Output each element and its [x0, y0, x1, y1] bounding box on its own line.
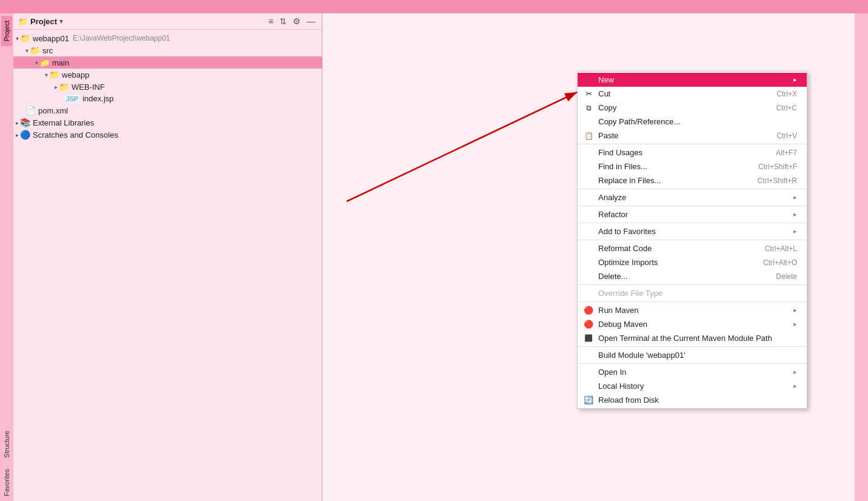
tree-item-indexjsp[interactable]: JSP index.jsp [13, 93, 322, 104]
menu-label-debug-maven: Debug Maven [598, 320, 789, 329]
tree-label-extlib: External Libraries [33, 118, 94, 127]
paste-icon: 📋 [583, 132, 595, 140]
sep2 [578, 189, 807, 189]
menu-label-build-module: Build Module 'webapp01' [598, 351, 797, 360]
menu-label-find-usages: Find Usages [598, 148, 761, 157]
menu-item-local-history[interactable]: Local History ▸ [578, 379, 807, 393]
menu-item-debug-maven[interactable]: 🔴 Debug Maven ▸ [578, 317, 807, 331]
tree-item-webapp01[interactable]: ▾ 📁 webapp01 E:\JavaWebProject\webapp01 [13, 32, 322, 44]
menu-label-analyze: Analyze [598, 193, 789, 202]
project-panel: 📁 Project ▾ ≡ ⇅ ⚙ — ▾ 📁 webapp01 E:\Ja [13, 13, 322, 501]
menu-label-open-in: Open In [598, 368, 789, 377]
panel-actions: ≡ ⇅ ⚙ — [267, 16, 317, 27]
menu-label-find-files: Find in Files... [598, 162, 744, 171]
chevron-webapp: ▾ [45, 72, 48, 78]
sidebar-tab-favorites[interactable]: Favorites [1, 464, 12, 501]
tree-item-webapp[interactable]: ▾ 📁 webapp [13, 69, 322, 81]
tree-item-webinf[interactable]: ▸ 📁 WEB-INF [13, 81, 322, 93]
chevron-webapp01: ▾ [16, 35, 19, 42]
tree-item-scratches[interactable]: ▸ 🔵 Scratches and Consoles [13, 129, 322, 141]
menu-item-optimize[interactable]: Optimize Imports Ctrl+Alt+O [578, 255, 807, 269]
analyze-submenu-arrow: ▸ [793, 193, 797, 201]
main-area: Project Structure Favorites 📁 Project ▾ … [0, 13, 868, 501]
paste-shortcut: Ctrl+V [776, 132, 797, 140]
jsp-icon: JSP [64, 95, 80, 103]
flatten-packages-btn[interactable]: ≡ [267, 16, 275, 27]
menu-label-new: New [598, 75, 789, 84]
find-usages-shortcut: Alt+F7 [776, 149, 797, 157]
menu-item-copy-path[interactable]: Copy Path/Reference... [578, 115, 807, 129]
menu-item-reformat[interactable]: Reformat Code Ctrl+Alt+L [578, 241, 807, 255]
settings-btn[interactable]: ⚙ [291, 16, 302, 27]
menu-item-new[interactable]: New ▸ [578, 73, 807, 87]
reload-icon: 🔄 [583, 395, 595, 405]
menu-item-run-maven[interactable]: 🔴 Run Maven ▸ [578, 303, 807, 317]
tree-item-src[interactable]: ▾ 📁 src [13, 44, 322, 56]
panel-title-label: Project [30, 17, 57, 26]
extlib-icon: 📚 [20, 118, 30, 127]
tree-item-ext-lib[interactable]: ▸ 📚 External Libraries [13, 116, 322, 129]
folder-icon-webapp: 📁 [49, 70, 59, 79]
folder-icon-src: 📁 [30, 45, 40, 55]
sep5 [578, 240, 807, 240]
optimize-shortcut: Ctrl+Alt+O [763, 258, 797, 267]
sidebar-tab-structure[interactable]: Structure [1, 426, 12, 463]
menu-label-override-type: Override File Type [598, 289, 797, 298]
chevron-scratches: ▸ [16, 132, 19, 138]
menu-item-build-module[interactable]: Build Module 'webapp01' [578, 348, 807, 362]
title-bar [0, 0, 868, 13]
chevron-webinf: ▸ [55, 84, 58, 90]
tree-label-webinf: WEB-INF [72, 82, 105, 92]
menu-item-find-usages[interactable]: Find Usages Alt+F7 [578, 146, 807, 160]
tree-label-pomxml: pom.xml [38, 106, 68, 115]
side-tabs: Project Structure Favorites [0, 13, 13, 501]
menu-label-add-favorites: Add to Favorites [598, 227, 789, 236]
panel-title: 📁 Project ▾ [18, 17, 63, 26]
menu-label-run-maven: Run Maven [598, 306, 789, 315]
reformat-shortcut: Ctrl+Alt+L [765, 244, 797, 253]
find-files-shortcut: Ctrl+Shift+F [758, 163, 797, 171]
content-area: New ▸ ✂ Cut Ctrl+X ⧉ Copy Ctrl+C [322, 13, 855, 501]
chevron-extlib: ▸ [16, 119, 19, 126]
menu-item-paste[interactable]: 📋 Paste Ctrl+V [578, 129, 807, 143]
menu-item-replace-files[interactable]: Replace in Files... Ctrl+Shift+R [578, 173, 807, 187]
menu-item-add-favorites[interactable]: Add to Favorites ▸ [578, 224, 807, 238]
minimize-btn[interactable]: — [305, 16, 317, 27]
menu-label-replace-files: Replace in Files... [598, 176, 743, 185]
menu-item-delete[interactable]: Delete... Delete [578, 269, 807, 283]
open-in-arrow: ▸ [793, 368, 797, 376]
tree-label-indexjsp: index.jsp [82, 94, 113, 103]
sidebar-tab-project[interactable]: Project [1, 16, 12, 46]
menu-label-refactor: Refactor [598, 210, 789, 219]
folder-icon-main: 📁 [39, 58, 50, 67]
menu-item-analyze[interactable]: Analyze ▸ [578, 190, 807, 204]
menu-item-open-in[interactable]: Open In ▸ [578, 365, 807, 379]
debug-maven-arrow: ▸ [793, 320, 797, 328]
menu-label-reformat: Reformat Code [598, 244, 750, 253]
menu-label-local-history: Local History [598, 382, 789, 391]
tree-item-pomxml[interactable]: 📄 pom.xml [13, 104, 322, 116]
delete-shortcut: Delete [776, 272, 797, 281]
menu-label-delete: Delete... [598, 272, 761, 281]
sep9 [578, 363, 807, 364]
tree-subtitle-webapp01: E:\JavaWebProject\webapp01 [73, 34, 170, 42]
menu-item-reload[interactable]: 🔄 Reload from Disk [578, 393, 807, 407]
menu-item-cut[interactable]: ✂ Cut Ctrl+X [578, 87, 807, 101]
sort-btn[interactable]: ⇅ [278, 16, 289, 27]
run-maven-arrow: ▸ [793, 306, 797, 314]
right-tabs [855, 13, 868, 501]
tree-item-main[interactable]: ▾ 📁 main [13, 56, 322, 69]
maven-icon: 📄 [25, 106, 36, 115]
menu-label-cut: Cut [598, 89, 762, 98]
replace-files-shortcut: Ctrl+Shift+R [758, 177, 797, 185]
run-maven-icon: 🔴 [583, 306, 595, 315]
menu-item-terminal[interactable]: ⬛ Open Terminal at the Current Maven Mod… [578, 331, 807, 345]
chevron-main: ▾ [35, 59, 38, 66]
copy-icon: ⧉ [583, 104, 595, 112]
copy-shortcut: Ctrl+C [776, 104, 797, 112]
dropdown-icon[interactable]: ▾ [59, 18, 63, 25]
menu-item-copy[interactable]: ⧉ Copy Ctrl+C [578, 101, 807, 115]
tree-label-scratches: Scratches and Consoles [33, 130, 118, 140]
menu-item-refactor[interactable]: Refactor ▸ [578, 207, 807, 221]
menu-item-find-files[interactable]: Find in Files... Ctrl+Shift+F [578, 160, 807, 173]
